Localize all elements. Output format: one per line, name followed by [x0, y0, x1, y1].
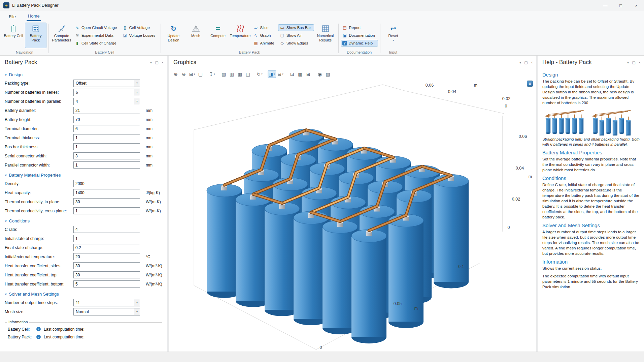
slice-button[interactable]: ▱ Slice [252, 24, 277, 31]
thermal-conductivity-cross-plane-input[interactable] [73, 207, 140, 214]
thermal-conductivity-in-plane-input[interactable] [73, 198, 140, 205]
open-circuit-voltage-button[interactable]: ∿ Open Circuit Voltage [73, 24, 120, 31]
panel-float-icon[interactable]: ▢ [155, 60, 158, 65]
plot-grid-button[interactable]: ▦ [297, 70, 304, 78]
voltage-losses-button[interactable]: ◪ Voltage Losses [121, 32, 158, 39]
panel-close-icon[interactable]: × [639, 60, 641, 65]
show-air-button[interactable]: ▢ Show Air [278, 32, 314, 39]
close-button[interactable]: × [629, 0, 644, 11]
form-row: Thermal conductivity, in plane:W/(m·K) [5, 197, 167, 206]
packing-type-select[interactable]: Offset▾ [73, 80, 140, 87]
bus-bar-thickness-label: Bus bar thickness: [5, 145, 73, 149]
maximize-button[interactable]: □ [613, 0, 629, 11]
number-of-batteries-in-parallel-select[interactable]: 4▾ [73, 98, 140, 105]
info-icon[interactable]: i [36, 327, 41, 331]
view-zx-button[interactable]: ▦ [236, 70, 244, 78]
heat-transfer-coefficient-bottom-input[interactable] [73, 280, 140, 288]
number-of-output-time-steps-select[interactable]: 11▾ [73, 299, 140, 306]
show-bus-bar-icon: ▭ [280, 25, 285, 30]
c-rate-input[interactable] [73, 226, 140, 233]
view-yz-icon: ▥ [230, 71, 234, 77]
terminal-thickness-label: Terminal thickness: [5, 135, 73, 140]
graphics-canvas[interactable]: 0.060.040.020m0.060.040.020m0.10.050m ▦ [169, 79, 536, 352]
print-button[interactable]: ▤ [324, 70, 332, 78]
temperature-icon [236, 24, 245, 33]
packing-type-label: Packing type: [5, 81, 73, 86]
compute-parameters-button[interactable]: Compute Parameters [51, 23, 72, 48]
panel-collapse-icon[interactable]: ▾ [627, 60, 629, 65]
help-panel: Help - Battery Pack ▾ ▢ × DesignThe pack… [538, 56, 644, 352]
mirror-view-button[interactable]: ◫ [244, 70, 252, 78]
section-header-solver-and-mesh-settings[interactable]: ∨Solver and Mesh Settings [5, 292, 167, 297]
battery-diameter-input[interactable] [73, 107, 140, 114]
panel-close-icon[interactable]: × [531, 60, 533, 65]
panel-collapse-icon[interactable]: ▾ [519, 60, 521, 65]
rotate-view-button[interactable]: ↻▾ [256, 70, 264, 78]
cell-state-of-charge-button[interactable]: ▮ Cell State of Charge [73, 40, 120, 47]
parallel-connector-width-input[interactable] [73, 161, 140, 169]
report-button[interactable]: ▤ Report [341, 24, 378, 31]
panel-float-icon[interactable]: ▢ [524, 60, 528, 65]
update-design-button[interactable]: ↻ Update Design [163, 23, 184, 48]
reset-button[interactable]: ↩ Reset ▾ [382, 23, 404, 48]
menu-home[interactable]: Home [27, 12, 41, 21]
serial-connector-width-input[interactable] [73, 152, 140, 159]
zoom-extents-button[interactable]: ▢ [197, 70, 204, 78]
graph-button[interactable]: ∿ Graph [252, 32, 277, 39]
experimental-data-button[interactable]: ≋ Experimental Data [73, 32, 120, 39]
zoom-out-button[interactable]: ⊖ [180, 70, 188, 78]
density-input[interactable] [73, 180, 140, 187]
plot-table-button[interactable]: ⊞ [305, 70, 312, 78]
zoom-in-button[interactable]: ⊕ [172, 70, 179, 78]
form-row: Heat capacity:J/(kg·K) [5, 188, 167, 197]
view-xy-button[interactable]: ▤ [220, 70, 228, 78]
battery-pack-3d-scene[interactable]: 0.060.040.020m0.060.040.020m0.10.050m [169, 79, 536, 352]
heat-transfer-coefficient-sides-input[interactable] [73, 262, 140, 269]
go-to-default-view-button[interactable]: ↧▾ [208, 70, 216, 78]
minimize-button[interactable]: — [598, 0, 613, 11]
mesh-button[interactable]: Mesh [185, 23, 207, 48]
copy-plot-button[interactable]: ⊡ [289, 70, 296, 78]
number-of-batteries-in-series-select[interactable]: 6▾ [73, 89, 140, 96]
battery-pack-button[interactable]: Battery Pack [25, 23, 46, 48]
view-widget-icon[interactable]: ▦ [527, 81, 533, 87]
panel-float-icon[interactable]: ▢ [632, 60, 635, 65]
form-row: Final state of charge: [5, 243, 167, 252]
ribbon-caption-documentation: Documentation [341, 49, 378, 55]
show-bus-bar-button[interactable]: ▭ Show Bus Bar [278, 24, 314, 31]
menu-file[interactable]: File [7, 12, 17, 21]
terminal-thickness-input[interactable] [73, 134, 140, 141]
final-state-of-charge-input[interactable] [73, 244, 140, 251]
form-row: Initial state of charge: [5, 234, 167, 243]
go-to-default-view-icon: ↧ [209, 71, 213, 77]
ribbon-separator [380, 24, 380, 53]
bus-bar-thickness-input[interactable] [73, 143, 140, 150]
compute-button[interactable]: = Compute [207, 23, 229, 48]
battery-height-input[interactable] [73, 116, 140, 123]
snapshot-button[interactable]: ◉ [316, 70, 324, 78]
panel-collapse-icon[interactable]: ▾ [150, 60, 152, 65]
animate-button[interactable]: ▦ Animate [252, 40, 277, 47]
battery-cell-button[interactable]: Battery Cell [3, 23, 24, 48]
section-header-design[interactable]: ∨Design [5, 72, 167, 77]
documentation-button[interactable]: ▣ Documentation [341, 32, 378, 39]
panel-close-icon[interactable]: × [162, 60, 164, 65]
dynamic-help-button[interactable]: ? Dynamic Help [341, 40, 378, 47]
numerical-results-button[interactable]: Numerical Results [315, 23, 336, 48]
heat-capacity-input[interactable] [73, 189, 140, 196]
section-header-battery-material-properties[interactable]: ∨Battery Material Properties [5, 173, 167, 178]
cell-voltage-button[interactable]: ▯ Cell Voltage [121, 24, 158, 31]
show-edges-button[interactable]: ◇ Show Edges [278, 40, 314, 47]
initial-state-of-charge-input[interactable] [73, 235, 140, 242]
initial-external-temperature-input[interactable] [73, 253, 140, 260]
window-layout-button[interactable]: ⊟▾ [277, 70, 284, 78]
mesh-size-select[interactable]: Normal▾ [73, 308, 140, 315]
zoom-box-button[interactable]: ⊞▾ [188, 70, 196, 78]
terminal-diameter-input[interactable] [73, 125, 140, 132]
info-icon[interactable]: i [36, 335, 41, 339]
transparency-button[interactable]: ◨▾ [268, 70, 276, 78]
view-yz-button[interactable]: ▥ [228, 70, 236, 78]
section-header-conditions[interactable]: ∨Conditions [5, 218, 167, 223]
heat-transfer-coefficient-top-input[interactable] [73, 271, 140, 278]
temperature-button[interactable]: Temperature [230, 23, 251, 48]
